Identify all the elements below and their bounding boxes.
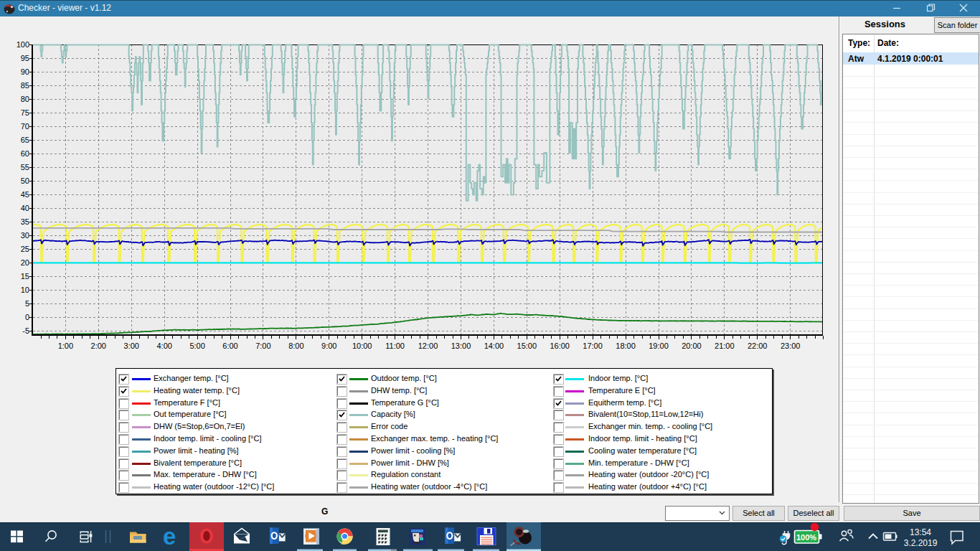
svg-text:0: 0 — [25, 313, 29, 321]
svg-text:8:00: 8:00 — [288, 342, 303, 350]
svg-text:10:00: 10:00 — [352, 342, 372, 350]
svg-text:9:00: 9:00 — [321, 342, 336, 350]
svg-text:25: 25 — [21, 245, 29, 253]
svg-text:-5: -5 — [22, 326, 29, 335]
svg-text:13:00: 13:00 — [451, 342, 471, 350]
svg-text:55: 55 — [21, 163, 29, 171]
svg-text:50: 50 — [21, 176, 29, 185]
svg-text:4:00: 4:00 — [156, 342, 171, 350]
svg-text:80: 80 — [21, 95, 29, 103]
svg-text:30: 30 — [21, 231, 29, 240]
svg-text:15:00: 15:00 — [517, 342, 537, 350]
svg-text:15: 15 — [21, 272, 29, 281]
svg-text:100: 100 — [17, 40, 29, 49]
svg-text:1:00: 1:00 — [58, 342, 73, 350]
svg-text:e: e — [163, 523, 176, 550]
svg-text:14:00: 14:00 — [484, 342, 504, 350]
svg-text:11:00: 11:00 — [385, 342, 405, 350]
svg-text:16:00: 16:00 — [550, 342, 570, 350]
svg-text:35: 35 — [21, 217, 29, 226]
svg-text:3.2.2019: 3.2.2019 — [904, 538, 938, 548]
svg-text:17:00: 17:00 — [583, 342, 603, 350]
svg-text:70: 70 — [21, 122, 29, 131]
svg-text:95: 95 — [21, 54, 29, 62]
svg-text:45: 45 — [21, 190, 29, 199]
svg-text:5: 5 — [25, 299, 29, 308]
svg-text:22:00: 22:00 — [748, 342, 768, 350]
svg-text:75: 75 — [21, 108, 29, 117]
svg-text:10: 10 — [21, 286, 29, 294]
svg-text:20:00: 20:00 — [682, 342, 702, 350]
svg-text:65: 65 — [21, 136, 29, 144]
svg-text:85: 85 — [21, 81, 29, 90]
svg-text:7:00: 7:00 — [255, 342, 270, 350]
svg-text:40: 40 — [21, 204, 29, 212]
svg-text:13:54: 13:54 — [910, 527, 931, 537]
svg-text:100%: 100% — [796, 533, 816, 542]
svg-text:12:00: 12:00 — [418, 342, 438, 350]
svg-text:23:00: 23:00 — [781, 342, 801, 350]
svg-text:5:00: 5:00 — [189, 342, 204, 350]
svg-text:20: 20 — [21, 258, 29, 267]
svg-text:18:00: 18:00 — [616, 342, 636, 350]
svg-text:2:00: 2:00 — [91, 342, 106, 350]
svg-text:6:00: 6:00 — [222, 342, 237, 350]
svg-text:90: 90 — [21, 67, 29, 76]
svg-text:60: 60 — [21, 149, 29, 158]
svg-text:21:00: 21:00 — [715, 342, 735, 350]
svg-text:3:00: 3:00 — [124, 342, 139, 350]
svg-text:19:00: 19:00 — [649, 342, 669, 350]
